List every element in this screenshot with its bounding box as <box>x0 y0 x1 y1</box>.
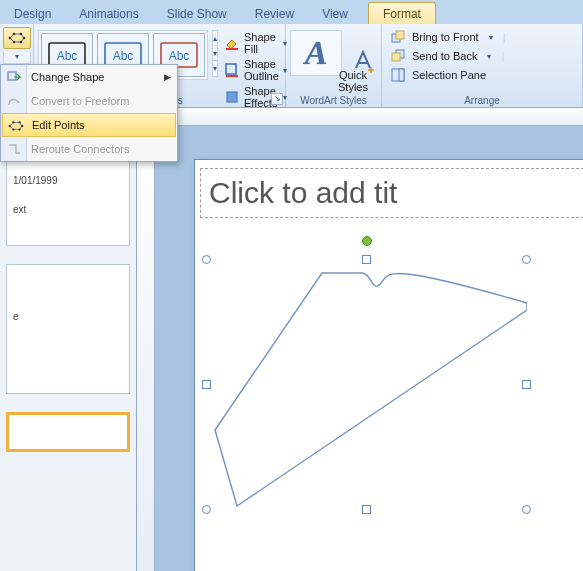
gallery-more-icon[interactable]: ▾ <box>213 61 217 76</box>
menu-convert-freeform: Convert to Freeform <box>1 89 177 113</box>
title-placeholder[interactable]: Click to add tit <box>200 168 583 218</box>
menu-reroute-label: Reroute Connectors <box>31 143 129 155</box>
freeform-shape-icon <box>207 260 527 510</box>
gallery-up-icon[interactable]: ▴ <box>213 31 217 46</box>
menu-change-shape-label: Change Shape <box>31 71 104 83</box>
svg-point-2 <box>20 33 23 36</box>
change-shape-icon <box>5 68 23 86</box>
quick-styles-label[interactable]: Quick Styles <box>338 69 368 93</box>
resize-handle-sw[interactable] <box>202 505 211 514</box>
svg-point-11 <box>18 128 20 130</box>
group-arrange: Bring to Front ▾ | Send to Back ▾ | Sele… <box>382 24 583 107</box>
tab-animations[interactable]: Animations <box>65 3 152 24</box>
resize-handle-n[interactable] <box>362 255 371 264</box>
svg-point-3 <box>23 37 26 40</box>
menu-convert-freeform-label: Convert to Freeform <box>31 95 129 107</box>
pencil-outline-icon <box>224 62 240 78</box>
tab-review[interactable]: Review <box>241 3 308 24</box>
slide-thumb-3[interactable] <box>6 412 130 452</box>
bring-front-icon <box>390 29 406 45</box>
dropdown-arrow-icon[interactable]: ▾ <box>487 52 491 61</box>
send-back-label: Send to Back <box>412 50 477 62</box>
svg-point-8 <box>12 121 14 123</box>
selected-shape[interactable] <box>207 260 527 510</box>
shape-style-scroll[interactable]: ▴ ▾ ▾ <box>212 30 218 77</box>
gallery-down-icon[interactable]: ▾ <box>213 46 217 61</box>
svg-point-10 <box>21 125 23 127</box>
slide[interactable]: Click to add tit <box>195 160 583 571</box>
ribbon-tabs: Design Animations Slide Show Review View… <box>0 0 583 24</box>
svg-point-12 <box>12 128 14 130</box>
paint-bucket-icon <box>224 35 240 51</box>
resize-handle-nw[interactable] <box>202 255 211 264</box>
resize-handle-e[interactable] <box>522 380 531 389</box>
svg-rect-6 <box>8 72 16 80</box>
svg-rect-20 <box>226 64 236 74</box>
svg-text:Abc: Abc <box>169 49 190 63</box>
rotate-handle[interactable] <box>362 236 372 246</box>
shape-styles-dialog-launcher[interactable]: ↘ <box>271 93 283 105</box>
selection-pane-button[interactable]: Selection Pane <box>388 66 578 84</box>
ruler-horizontal <box>137 108 583 126</box>
ruler-vertical <box>137 126 155 571</box>
svg-point-7 <box>9 125 11 127</box>
group-wordart-styles: A Quick Styles WordArt Styles <box>286 24 382 107</box>
group-label-arrange: Arrange <box>382 95 582 106</box>
bring-to-front-button[interactable]: Bring to Front ▾ | <box>388 28 578 46</box>
menu-edit-points-label: Edit Points <box>32 119 85 131</box>
thumb1-date: 1/01/1999 <box>13 175 123 186</box>
svg-rect-29 <box>399 69 404 81</box>
tab-design[interactable]: Design <box>0 3 65 24</box>
group-label-wordart: WordArt Styles <box>286 95 381 106</box>
menu-reroute-connectors: Reroute Connectors <box>1 137 177 161</box>
resize-handle-s[interactable] <box>362 505 371 514</box>
svg-rect-21 <box>226 75 238 77</box>
svg-text:Abc: Abc <box>113 49 134 63</box>
shape-fill-label: Shape Fill <box>244 31 279 55</box>
svg-point-1 <box>13 33 16 36</box>
workspace: 1/01/1999 ext e www.java2s.com Click to … <box>0 108 583 571</box>
svg-rect-19 <box>226 48 238 50</box>
svg-rect-27 <box>392 53 400 61</box>
shape-outline-button[interactable]: Shape Outline ▾ <box>222 57 289 83</box>
thumb2-text: e <box>13 311 123 322</box>
send-to-back-button[interactable]: Send to Back ▾ | <box>388 47 578 65</box>
editor-area: www.java2s.com Click to add tit <box>137 108 583 571</box>
edit-points-icon <box>7 117 25 135</box>
submenu-arrow-icon: ▶ <box>164 72 171 82</box>
shape-fill-button[interactable]: Shape Fill ▾ <box>222 30 289 56</box>
tab-view[interactable]: View <box>308 3 362 24</box>
wordart-gallery-thumb[interactable]: A <box>290 30 342 76</box>
selection-pane-label: Selection Pane <box>412 69 486 81</box>
shape-outline-label: Shape Outline <box>244 58 279 82</box>
slides-panel[interactable]: 1/01/1999 ext e <box>0 108 137 571</box>
svg-point-0 <box>9 37 12 40</box>
resize-handle-w[interactable] <box>202 380 211 389</box>
edit-shape-button[interactable] <box>3 27 31 49</box>
edit-shape-group: ▾ Change Shape ▶ Convert to Freeform <box>0 24 34 107</box>
menu-change-shape[interactable]: Change Shape ▶ <box>1 65 177 89</box>
slide-thumb-2[interactable]: e <box>6 264 130 394</box>
tab-format[interactable]: Format <box>368 2 436 24</box>
resize-handle-se[interactable] <box>522 505 531 514</box>
convert-freeform-icon <box>5 92 23 110</box>
resize-handle-ne[interactable] <box>522 255 531 264</box>
ribbon: ▾ Change Shape ▶ Convert to Freeform <box>0 24 583 108</box>
svg-rect-25 <box>396 31 404 39</box>
menu-edit-points[interactable]: Edit Points <box>2 113 176 137</box>
edit-shape-dropdown-arrow[interactable]: ▾ <box>3 52 31 64</box>
svg-text:Abc: Abc <box>57 49 78 63</box>
tab-slideshow[interactable]: Slide Show <box>153 3 241 24</box>
selection-pane-icon <box>390 67 406 83</box>
thumb1-text: ext <box>13 204 123 215</box>
svg-point-9 <box>18 121 20 123</box>
edit-shape-menu: Change Shape ▶ Convert to Freeform <box>0 64 178 162</box>
dropdown-arrow-icon[interactable]: ▾ <box>489 33 493 42</box>
bring-front-label: Bring to Front <box>412 31 479 43</box>
svg-point-4 <box>20 41 23 44</box>
reroute-icon <box>5 140 23 158</box>
send-back-icon <box>390 48 406 64</box>
svg-point-5 <box>13 41 16 44</box>
slide-canvas[interactable]: www.java2s.com Click to add tit <box>155 126 583 571</box>
